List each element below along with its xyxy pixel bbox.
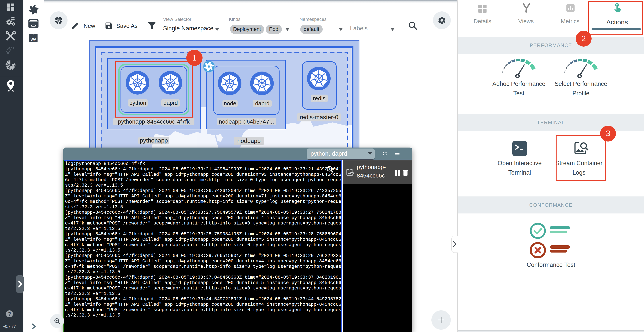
svg-text:WA: WA bbox=[30, 37, 36, 41]
